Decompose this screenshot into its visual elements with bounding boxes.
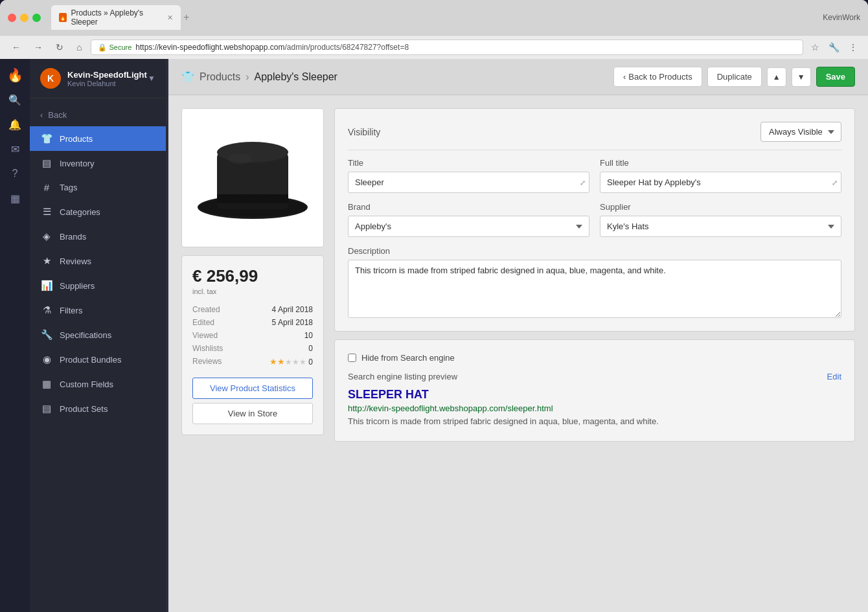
main-content: 👕 Products › Appleby's Sleeper ‹ Back to… (168, 59, 868, 612)
view-in-store-button[interactable]: View in Store (192, 403, 313, 424)
active-tab[interactable]: 🔥 Products » Appleby's Sleeper ✕ (51, 5, 181, 30)
sidebar-item-label: Suppliers (60, 281, 95, 291)
sidebar-item-label: Custom Fields (60, 380, 113, 389)
traffic-lights (8, 14, 41, 22)
specifications-icon: 🔧 (40, 329, 53, 341)
bell-strip-icon[interactable]: 🔔 (4, 113, 26, 135)
sidebar-item-label: Categories (60, 207, 100, 217)
bookmark-icon[interactable]: ☆ (808, 41, 822, 54)
title-group: Title ⤢ (348, 158, 589, 193)
sidebar-item-suppliers[interactable]: 📊 Suppliers (30, 273, 166, 298)
reload-button[interactable]: ↻ (52, 41, 67, 54)
seo-url[interactable]: http://kevin-speedoflight.webshopapp.com… (348, 403, 841, 413)
seo-preview-label: Search engine listing preview (348, 372, 457, 381)
duplicate-button[interactable]: Duplicate (707, 67, 762, 87)
seo-description: This tricorn is made from striped fabric… (348, 415, 841, 428)
sidebar-item-specifications[interactable]: 🔧 Specifications (30, 323, 166, 347)
home-button[interactable]: ⌂ (73, 41, 86, 54)
help-strip-icon[interactable]: ? (4, 163, 26, 185)
sidebar-dropdown-icon[interactable]: ▼ (148, 74, 155, 83)
expand-title-icon[interactable]: ⤢ (580, 178, 586, 187)
sidebar-item-custom-fields[interactable]: ▦ Custom Fields (30, 372, 166, 396)
search-strip-icon[interactable]: 🔍 (4, 89, 26, 111)
expand-full-title-icon[interactable]: ⤢ (832, 178, 838, 187)
reviews-row: Reviews ★★★★★ 0 (192, 355, 313, 368)
tags-icon: # (40, 182, 53, 193)
logo-icon: 🔥 (4, 64, 26, 86)
view-stats-button[interactable]: View Product Statistics (192, 378, 313, 399)
seo-edit-link[interactable]: Edit (827, 372, 841, 381)
back-nav-button[interactable]: ← (8, 41, 25, 54)
brand-group: Brand Appleby's (348, 202, 589, 237)
menu-icon[interactable]: ⋮ (846, 41, 860, 54)
nav-down-button[interactable]: ▼ (792, 67, 811, 87)
extension-icon[interactable]: 🔧 (826, 41, 842, 54)
description-textarea[interactable]: This tricorn is made from striped fabric… (348, 260, 841, 318)
shirt-icon: 👕 (40, 133, 53, 144)
close-button[interactable] (8, 14, 16, 22)
suppliers-icon: 📊 (40, 280, 53, 291)
sidebar-header: K Kevin-SpeedofLight Kevin Delahunt ▼ (30, 59, 166, 98)
svg-point-5 (199, 198, 306, 217)
sidebar-item-product-sets[interactable]: ▤ Product Sets (30, 396, 166, 421)
title-input-wrapper: ⤢ (348, 172, 589, 193)
price-tax: incl. tax (192, 288, 313, 295)
sidebar-item-categories[interactable]: ☰ Categories (30, 199, 166, 224)
edited-value: 5 April 2018 (272, 318, 313, 327)
sidebar-back-button[interactable]: ‹ Back (30, 104, 166, 126)
price-details: Created 4 April 2018 Edited 5 April 2018… (192, 303, 313, 368)
sidebar-item-filters[interactable]: ⚗ Filters (30, 298, 166, 323)
top-bar: 👕 Products › Appleby's Sleeper ‹ Back to… (168, 59, 868, 95)
sidebar-item-tags[interactable]: # Tags (30, 176, 166, 199)
grid-strip-icon[interactable]: ▦ (4, 187, 26, 209)
supplier-group: Supplier Kyle's Hats (600, 202, 841, 237)
breadcrumb-parent-link[interactable]: Products (200, 71, 240, 83)
title-row: Title ⤢ Full title ⤢ (348, 158, 841, 193)
tab-close-icon[interactable]: ✕ (167, 14, 173, 22)
custom-fields-icon: ▦ (40, 378, 53, 390)
seo-title[interactable]: SLEEPER HAT (348, 388, 841, 402)
new-tab-button[interactable]: + (183, 12, 189, 23)
mail-strip-icon[interactable]: ✉ (4, 138, 26, 160)
brand-select[interactable]: Appleby's (348, 216, 589, 237)
forward-nav-button[interactable]: → (30, 41, 47, 54)
hide-search-engine-checkbox[interactable] (348, 354, 356, 362)
back-to-products-button[interactable]: ‹ Back to Products (613, 67, 702, 87)
sidebar-user-name: Kevin-SpeedofLight (67, 70, 148, 80)
edited-label: Edited (192, 318, 214, 327)
tab-favicon: 🔥 (59, 13, 67, 22)
visibility-select[interactable]: Always Visible Hidden Disabled (760, 122, 841, 142)
spacer-1 (348, 193, 841, 202)
title-input[interactable] (348, 172, 589, 193)
price-card: € 256,99 incl. tax Created 4 April 2018 … (181, 255, 324, 435)
sidebar-item-reviews[interactable]: ★ Reviews (30, 249, 166, 273)
breadcrumb-current: Appleby's Sleeper (254, 71, 337, 83)
save-button[interactable]: Save (816, 67, 855, 87)
sidebar: K Kevin-SpeedofLight Kevin Delahunt ▼ ‹ … (30, 59, 166, 612)
sidebar-item-brands[interactable]: ◈ Brands (30, 224, 166, 249)
viewed-row: Viewed 10 (192, 329, 313, 342)
browser-titlebar: 🔥 Products » Appleby's Sleeper ✕ + Kevin… (0, 0, 868, 35)
svg-point-4 (228, 153, 251, 164)
chevron-left-icon: ‹ (623, 72, 626, 82)
visibility-label: Visibility (348, 127, 380, 137)
seo-preview-header: Search engine listing preview Edit (348, 372, 841, 381)
brand-supplier-row: Brand Appleby's Supplier Kyle's Hats (348, 202, 841, 237)
full-title-input[interactable] (600, 172, 841, 193)
sidebar-user-info: Kevin-SpeedofLight Kevin Delahunt (67, 70, 148, 87)
minimize-button[interactable] (20, 14, 29, 22)
sidebar-item-products[interactable]: 👕 Products (30, 126, 166, 151)
divider-1 (348, 150, 841, 150)
nav-up-button[interactable]: ▲ (767, 67, 786, 87)
sidebar-item-inventory[interactable]: ▤ Inventory (30, 151, 166, 176)
breadcrumb: 👕 Products › Appleby's Sleeper (181, 71, 337, 83)
supplier-select[interactable]: Kyle's Hats (600, 216, 841, 237)
maximize-button[interactable] (32, 14, 41, 22)
spacer-2 (348, 237, 841, 246)
sidebar-item-label: Reviews (60, 256, 91, 266)
address-bar[interactable]: 🔒 Secure https://kevin-speedoflight.webs… (91, 40, 803, 55)
supplier-label: Supplier (600, 202, 841, 212)
sidebar-item-label: Brands (60, 232, 86, 242)
tab-title: Products » Appleby's Sleeper (71, 8, 161, 27)
sidebar-item-product-bundles[interactable]: ◉ Product Bundles (30, 347, 166, 372)
